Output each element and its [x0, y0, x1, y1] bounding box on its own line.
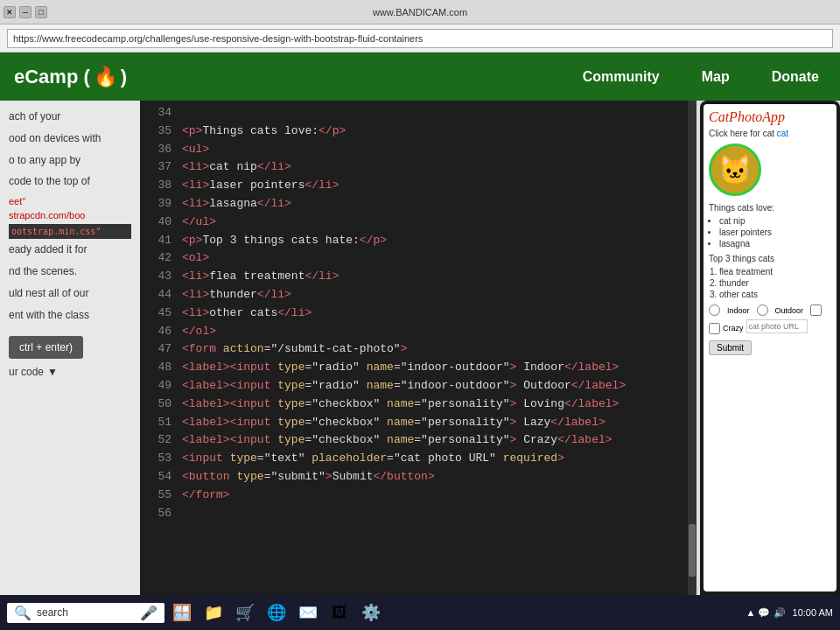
sidebar-link-1[interactable]: eet": [9, 196, 131, 206]
code-line: 54 <button type="submit">Submit</button>: [140, 468, 696, 486]
nav-community[interactable]: Community: [562, 52, 681, 101]
close-button[interactable]: ✕: [4, 6, 16, 18]
code-line: 45 <li>other cats</li>: [140, 304, 696, 323]
search-icon: 🔍: [14, 605, 32, 621]
hate-item-2: thunder: [719, 278, 831, 288]
navbar: eCamp (🔥) Community Map Donate: [0, 52, 840, 101]
window-title: www.BANDICAM.com: [373, 7, 467, 18]
sidebar-code: ootstrap.min.css": [9, 224, 131, 239]
title-bar: ✕ ─ □ www.BANDICAM.com: [0, 0, 840, 24]
run-button[interactable]: ctrl + enter): [9, 336, 83, 359]
love-item-2: laser pointers: [719, 228, 831, 237]
taskbar-windows-icon[interactable]: 🪟: [168, 598, 196, 626]
minimize-button[interactable]: ─: [19, 6, 32, 18]
sidebar-text-3: o to any app by: [9, 153, 131, 168]
window-controls[interactable]: ✕ ─ □: [4, 6, 47, 18]
url-input[interactable]: [7, 29, 833, 48]
taskbar-clock: 10:00 AM: [793, 607, 833, 618]
brand-text: eCamp (: [14, 66, 90, 88]
code-editor[interactable]: 34 35<p>Things cats love:</p>36<ul>37 <l…: [140, 101, 696, 595]
taskbar-right: ▲ 💬 🔊 10:00 AM: [746, 607, 833, 619]
code-lines: 34 35<p>Things cats love:</p>36<ul>37 <l…: [140, 101, 696, 526]
scrollbar[interactable]: [688, 101, 696, 595]
code-line: 52 <label><input type="checkbox" name="p…: [140, 431, 696, 450]
radio-outdoor-label: Outdoor: [775, 306, 804, 315]
maximize-button[interactable]: □: [35, 6, 47, 18]
brand[interactable]: eCamp (🔥): [14, 66, 127, 88]
code-line: 49 <label><input type="radio" name="indo…: [140, 377, 696, 396]
code-line: 42<ol>: [140, 249, 696, 268]
sidebar: ach of your ood on devices with o to any…: [0, 101, 140, 595]
phone-screen: CatPhotoApp Click here for cat cat 🐱 Thi…: [704, 104, 836, 592]
taskbar-photo-icon[interactable]: 🖼: [326, 598, 354, 626]
radio-group: Indoor Outdoor: [709, 304, 831, 316]
code-line: 35<p>Things cats love:</p>: [140, 122, 696, 141]
address-bar: [0, 24, 840, 52]
code-line: 55</form>: [140, 486, 696, 505]
brand-paren: ): [121, 66, 127, 88]
sidebar-text-7: uld nest all of our: [9, 286, 131, 301]
sidebar-text-2: ood on devices with: [9, 131, 131, 146]
hate-item-3: other cats: [719, 290, 831, 299]
code-line: 53 <input type="text" placeholder="cat p…: [140, 450, 696, 468]
submit-button[interactable]: Submit: [709, 340, 752, 355]
code-line: 46</ol>: [140, 323, 696, 341]
sidebar-text-6: nd the scenes.: [9, 264, 131, 279]
taskbar-browser-icon[interactable]: 🌐: [262, 598, 290, 626]
phone-screen-inner: CatPhotoApp Click here for cat cat 🐱 Thi…: [704, 104, 836, 360]
your-code-label: ur code ▼: [9, 366, 131, 378]
photo-url-input[interactable]: [746, 319, 808, 333]
nav-links: Community Map Donate: [562, 52, 840, 101]
code-line: 41<p>Top 3 things cats hate:</p>: [140, 232, 696, 250]
taskbar-file-icon[interactable]: 📁: [200, 598, 228, 626]
code-line: 39 <li>lasagna</li>: [140, 195, 696, 214]
love-list: cat nip laser pointers lasagna: [719, 216, 831, 248]
code-line: 48 <label><input type="radio" name="indo…: [140, 359, 696, 377]
sidebar-link-2[interactable]: strapcdn.com/boo: [9, 210, 131, 220]
code-line: 47<form action="/submit-cat-photo">: [140, 340, 696, 359]
nav-map[interactable]: Map: [681, 52, 751, 101]
code-line: 44 <li>thunder</li>: [140, 286, 696, 304]
code-line: 43 <li>flea treatment</li>: [140, 268, 696, 286]
code-line: 50 <label><input type="checkbox" name="p…: [140, 396, 696, 414]
phone-preview: CatPhotoApp Click here for cat cat 🐱 Thi…: [700, 101, 840, 595]
code-line: 40</ul>: [140, 214, 696, 232]
code-line: 56: [140, 505, 696, 523]
taskbar: 🔍 search 🎤 🪟 📁 🛒 🌐 ✉️ 🖼 ⚙️ ▲ 💬 🔊 10:00 A…: [0, 595, 840, 630]
sidebar-text-4: code to the top of: [9, 174, 131, 189]
taskbar-sys-icons: ▲ 💬 🔊: [746, 607, 786, 619]
cat-app-title: CatPhotoApp: [709, 109, 831, 125]
code-line: 51 <label><input type="checkbox" name="p…: [140, 414, 696, 432]
checkbox-extra[interactable]: [810, 304, 822, 316]
brand-fire: 🔥: [94, 66, 117, 88]
microphone-icon: 🎤: [140, 605, 158, 621]
hate-item-1: flea treatment: [719, 267, 831, 276]
code-line: 36<ul>: [140, 141, 696, 159]
taskbar-mail-icon[interactable]: ✉️: [294, 598, 322, 626]
main-content: ach of your ood on devices with o to any…: [0, 101, 840, 595]
love-item-3: lasagna: [719, 239, 831, 248]
checkbox-crazy-label: Crazy: [723, 324, 744, 332]
taskbar-settings-icon[interactable]: ⚙️: [357, 598, 385, 626]
scrollbar-thumb[interactable]: [689, 524, 696, 577]
click-here-text: Click here for cat cat: [709, 129, 831, 138]
sidebar-text-5: eady added it for: [9, 242, 131, 257]
radio-indoor[interactable]: [709, 304, 720, 316]
sidebar-text-8: ent with the class: [9, 308, 131, 323]
taskbar-store-icon[interactable]: 🛒: [231, 598, 259, 626]
code-line: 34: [140, 104, 696, 122]
nav-donate[interactable]: Donate: [751, 52, 840, 101]
sidebar-text-1: ach of your: [9, 109, 131, 124]
code-line: 38 <li>laser pointers</li>: [140, 177, 696, 195]
love-item-1: cat nip: [719, 216, 831, 226]
checkbox-crazy[interactable]: [709, 323, 720, 334]
cat-emoji: 🐱: [718, 153, 752, 186]
top3-label: Top 3 things cats: [709, 254, 831, 263]
code-line: 37 <li>cat nip</li>: [140, 158, 696, 177]
radio-outdoor[interactable]: [757, 304, 768, 316]
search-text: search: [37, 606, 68, 619]
radio-indoor-label: Indoor: [727, 306, 750, 315]
checkbox-row: Crazy: [709, 319, 831, 337]
cat-image: 🐱: [709, 144, 761, 196]
taskbar-search[interactable]: 🔍 search 🎤: [7, 603, 164, 623]
